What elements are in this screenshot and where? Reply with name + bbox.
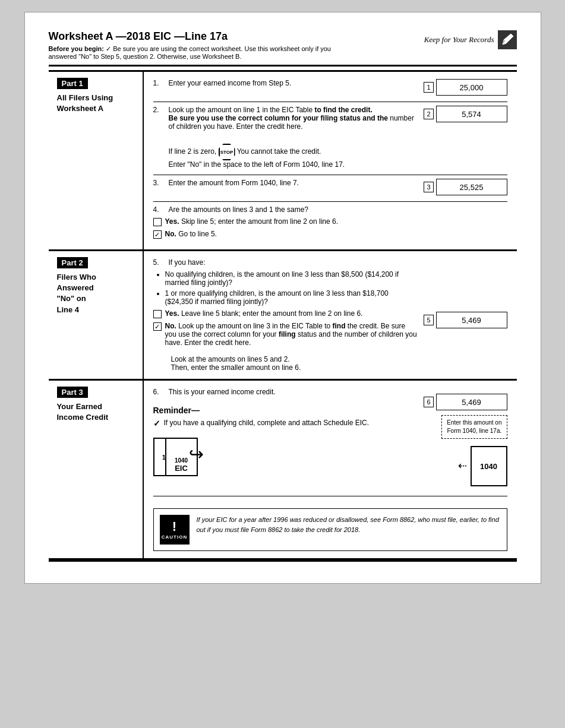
- reminder-check: ✓: [153, 419, 160, 428]
- q3-text: Enter the amount from Form 1040, line 7.: [169, 179, 421, 187]
- part2-badge: Part 2: [57, 257, 88, 268]
- q3-line-label: 3: [424, 182, 433, 192]
- part2-yes-checkbox[interactable]: [153, 310, 162, 318]
- stop-line: If line 2 is zero, STOP You cannot take …: [169, 144, 421, 169]
- part2-no-checkbox[interactable]: [153, 322, 162, 331]
- curved-arrow-icon: ↩: [189, 444, 204, 464]
- part2-no-row: No. Look up the amount on line 3 in the …: [153, 322, 418, 347]
- part2-main: 5. If you have: No qualifying children, …: [153, 258, 418, 372]
- part3-label: Part 3 Your EarnedIncome Credit: [49, 381, 144, 558]
- yes-row: Yes. Skip line 5; enter the amount from …: [153, 217, 507, 226]
- caution-box: ! CAUTION If your EIC for a year after 1…: [153, 508, 507, 551]
- q1-text: Enter your earned income from Step 5.: [169, 79, 421, 87]
- q5-input-wrap: 5 5,469: [424, 312, 507, 328]
- part2-flex: 5. If you have: No qualifying children, …: [153, 258, 507, 372]
- no-row: No. Go to line 5.: [153, 230, 507, 239]
- part3-content: 6. This is your earned income credit. Re…: [144, 381, 517, 558]
- part2-yes-label: Yes. Leave line 5 blank; enter the amoun…: [165, 309, 363, 318]
- part1-label: Part 1 All Filers UsingWorksheet A: [49, 72, 144, 249]
- look-text-wrap: Look at the amounts on lines 5 and 2. Th…: [171, 355, 418, 372]
- q6-value[interactable]: 5,469: [436, 394, 507, 410]
- part1-badge: Part 1: [57, 78, 88, 89]
- q2-number: 2.: [153, 106, 165, 114]
- q4-text: Are the amounts on lines 3 and 1 the sam…: [169, 205, 507, 214]
- q2-text: Look up the amount on line 1 in the EIC …: [169, 106, 421, 169]
- q5-line-label: 5: [424, 315, 433, 325]
- form-1040-eic-group: 1040 1040 EIC ↩: [153, 438, 186, 476]
- yes-checkbox[interactable]: [153, 218, 162, 226]
- q5-row: 5. If you have:: [153, 258, 418, 267]
- q3-value[interactable]: 25,525: [436, 179, 507, 195]
- reminder-text: If you have a qualifying child, complete…: [164, 419, 370, 427]
- q1-number: 1.: [153, 79, 165, 87]
- q1-input-wrap: 1 25,000: [424, 79, 507, 96]
- part3-subtitle: Your EarnedIncome Credit: [57, 401, 134, 423]
- keep-records: Keep for Your Records: [424, 30, 517, 49]
- dashed-arrow-icon: ⇢: [458, 460, 467, 473]
- form-1040-small: 1040: [471, 446, 507, 486]
- part3-badge: Part 3: [57, 387, 88, 398]
- pencil-icon: [498, 30, 517, 49]
- q3-row: 3. Enter the amount from Form 1040, line…: [153, 179, 507, 195]
- part3-flex: 6. This is your earned income credit. Re…: [153, 388, 507, 486]
- header-subtitle: Before you begin: ✓ Be sure you are usin…: [49, 45, 358, 60]
- q6-line-label: 6: [424, 397, 433, 407]
- no-checkbox[interactable]: [153, 230, 162, 239]
- stop-sign: STOP: [219, 144, 235, 160]
- bullet2: 1 or more qualifying children, is the am…: [165, 289, 418, 306]
- part1-content: 1. Enter your earned income from Step 5.…: [144, 72, 517, 249]
- header-divider: [49, 65, 517, 67]
- reminder-row: ✓ If you have a qualifying child, comple…: [153, 419, 418, 428]
- part2-right: 5 5,469: [424, 258, 507, 372]
- part2-content: 5. If you have: No qualifying children, …: [144, 251, 517, 379]
- part2-label: Part 2 Filers WhoAnswered"No" onLine 4: [49, 251, 144, 379]
- before-begin-label: Before you begin:: [49, 45, 105, 52]
- part1-section: Part 1 All Filers UsingWorksheet A 1. En…: [49, 70, 517, 251]
- header: Worksheet A —2018 EIC —Line 17a Before y…: [49, 30, 517, 60]
- q4-row: 4. Are the amounts on lines 3 and 1 the …: [153, 205, 507, 214]
- no-label: No. Go to line 5.: [165, 230, 217, 238]
- footer-divider: [49, 560, 517, 562]
- part3-main: 6. This is your earned income credit. Re…: [153, 388, 418, 486]
- caution-icon: ! CAUTION: [160, 515, 190, 545]
- q2-input-wrap: 2 5,574: [424, 106, 507, 122]
- page-title: Worksheet A —2018 EIC —Line 17a: [49, 30, 358, 43]
- part1-subtitle: All Filers UsingWorksheet A: [57, 93, 134, 114]
- bullet-list: No qualifying children, is the amount on…: [153, 270, 418, 306]
- q6-text: This is your earned income credit.: [169, 388, 418, 396]
- part2-subtitle: Filers WhoAnswered"No" onLine 4: [57, 272, 134, 315]
- part2-no-label: No. Look up the amount on line 3 in the …: [165, 322, 418, 347]
- q6-row: 6. This is your earned income credit.: [153, 388, 418, 396]
- header-left: Worksheet A —2018 EIC —Line 17a Before y…: [49, 30, 358, 60]
- worksheet-page: Worksheet A —2018 EIC —Line 17a Before y…: [24, 12, 541, 584]
- caution-text: If your EIC for a year after 1996 was re…: [197, 515, 501, 534]
- q5-value[interactable]: 5,469: [436, 312, 507, 328]
- caution-exclamation: !: [172, 520, 176, 533]
- q1-value[interactable]: 25,000: [436, 79, 507, 96]
- part3-section: Part 3 Your EarnedIncome Credit 6. This …: [49, 381, 517, 560]
- enter-amount-note: Enter this amount onForm 1040, line 17a.: [441, 415, 507, 439]
- q4-number: 4.: [153, 205, 165, 214]
- q3-number: 3.: [153, 179, 165, 187]
- q6-input-wrap: 6 5,469: [424, 394, 507, 410]
- q2-line-label: 2: [424, 109, 433, 119]
- q2-row: 2. Look up the amount on line 1 in the E…: [153, 106, 507, 169]
- reminder-section: Reminder— ✓ If you have a qualifying chi…: [153, 406, 418, 428]
- yes-label: Yes. Skip line 5; enter the amount from …: [165, 217, 339, 226]
- eic-label: EIC: [175, 464, 188, 473]
- q1-row: 1. Enter your earned income from Step 5.…: [153, 79, 507, 96]
- form-1040-label: 1040: [175, 457, 188, 464]
- q5-intro: If you have:: [169, 258, 418, 267]
- q5-number: 5.: [153, 258, 165, 267]
- reminder-title: Reminder—: [153, 406, 418, 415]
- small-form-group: ⇢ 1040: [458, 446, 507, 486]
- q6-number: 6.: [153, 388, 165, 396]
- q1-line-label: 1: [424, 82, 433, 93]
- bullet1: No qualifying children, is the amount on…: [165, 270, 418, 287]
- part2-section: Part 2 Filers WhoAnswered"No" onLine 4 5…: [49, 251, 517, 381]
- forms-illustration: 1040 1040 EIC ↩: [153, 438, 418, 476]
- caution-label: CAUTION: [162, 534, 187, 540]
- q3-input-wrap: 3 25,525: [424, 179, 507, 195]
- q2-value[interactable]: 5,574: [436, 106, 507, 122]
- part3-right: 6 5,469 Enter this amount onForm 1040, l…: [424, 388, 507, 486]
